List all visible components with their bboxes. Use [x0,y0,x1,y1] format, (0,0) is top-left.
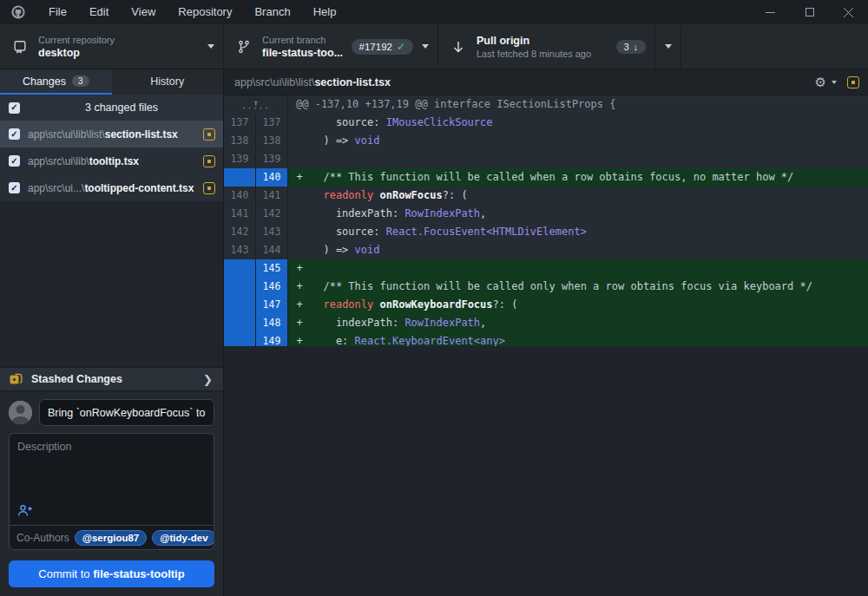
tab-changes[interactable]: Changes3 [0,69,112,95]
branch-caret-icon [422,44,429,49]
old-line-number [224,296,256,314]
diff-line[interactable]: 148+ indexPath: RowIndexPath, [224,314,868,332]
expand-hunk-up-button[interactable]: ↑····· [224,95,288,114]
diff-line[interactable]: 137137 source: IMouseClickSource [224,114,868,132]
pr-badge[interactable]: #17192 ✓ [352,39,413,55]
diff-body: ↑·····@@ -137,10 +137,19 @@ interface IS… [224,95,868,346]
window-controls [751,0,868,24]
diff-file-name: section-list.tsx [314,76,391,88]
repository-label: Current repository [38,34,115,46]
new-line-number: 137 [256,114,288,132]
add-coauthor-icon[interactable] [17,504,33,520]
new-line-number: 147 [256,296,288,314]
diff-line[interactable]: 143144 ) => void [224,241,868,259]
diff-line[interactable]: 145+ [224,259,868,278]
coauthor-pill[interactable]: @tidy-dev [152,530,214,546]
diff-file-path: app\src\ui\lib\list\section-list.tsx [234,76,815,88]
diff-code: ) => void [311,132,868,150]
diff-code: e: React.KeyboardEvent<any> [311,332,868,346]
commit-button-branch: file-status-tooltip [93,567,184,580]
coauthors-label: Co-Authors [16,532,69,544]
menu-repository[interactable]: Repository [167,0,243,24]
diff-line[interactable]: 142143 source: React.FocusEvent<HTMLDivE… [224,223,868,241]
new-line-number: 146 [256,278,288,296]
select-all-checkbox[interactable]: ✓ [9,102,20,114]
stashed-changes-row[interactable]: Stashed Changes ❯ [0,367,223,391]
menu-edit[interactable]: Edit [78,0,120,24]
changed-files-header[interactable]: ✓ 3 changed files [0,95,223,121]
commit-summary-input[interactable] [39,399,214,426]
toolbar-spacer [681,24,868,69]
diff-line-marker: + [288,332,311,346]
commit-button-prefix: Commit to [38,567,93,580]
commit-description-box[interactable]: Description Co-Authors @sergiou87@tidy-d… [9,433,214,550]
minimize-button[interactable] [751,0,790,24]
commit-button[interactable]: Commit to file-status-tooltip [9,560,214,587]
github-desktop-window: FileEditViewRepositoryBranchHelp Curr [0,0,868,596]
old-line-number: 138 [224,132,256,150]
file-row[interactable]: ✓app\src\ui\lib\tooltip.tsx [0,147,223,174]
file-row[interactable]: ✓app\src\ui\lib\list\section-list.tsx [0,121,223,147]
new-line-number: 145 [256,259,288,278]
file-checkbox[interactable]: ✓ [9,155,20,167]
new-line-number: 142 [256,205,288,223]
diff-empty-area [224,346,868,596]
coauthor-pill[interactable]: @sergiou87 [75,530,148,546]
description-area[interactable]: Description [10,434,214,525]
new-line-number: 140 [256,168,288,187]
old-line-number: 137 [224,114,256,132]
diff-options-caret-icon[interactable] [832,81,837,84]
diff-line-marker [288,187,311,205]
diff-code: indexPath: RowIndexPath, [311,314,868,332]
old-line-number: 140 [224,187,256,205]
diff-line[interactable]: 149+ e: React.KeyboardEvent<any> [224,332,868,346]
diff-options-gear-icon[interactable]: ⚙ [815,75,826,88]
file-dir: app\src\ui\lib\list\ [28,128,105,141]
pull-origin-button[interactable]: Pull origin Last fetched 8 minutes ago 3… [438,24,655,69]
close-button[interactable] [829,0,868,24]
diff-line-marker [288,150,311,168]
file-checkbox[interactable]: ✓ [9,182,20,193]
maximize-button[interactable] [790,0,829,24]
pull-options-button[interactable] [655,24,681,69]
diff-line-marker [288,241,311,259]
diff-line[interactable]: 139139 [224,150,868,168]
file-modified-status-icon [203,182,215,194]
old-line-number: 142 [224,223,256,241]
current-repository-button[interactable]: Current repository desktop [0,24,224,69]
tab-history[interactable]: History [112,69,224,95]
menu-branch[interactable]: Branch [243,0,301,24]
menu-file[interactable]: File [37,0,78,24]
diff-line[interactable]: 146+ /** This function will be called on… [224,278,868,296]
diff-line[interactable]: 138138 ) => void [224,132,868,150]
pull-title: Pull origin [477,34,616,48]
diff-line-marker: + [288,296,311,314]
diff-line-marker [288,205,311,223]
diff-line-marker [288,223,311,241]
diff-line[interactable]: 140+ /** This function will be called wh… [224,168,868,187]
diff-code: ) => void [311,241,868,259]
diff-code [311,150,868,168]
new-line-number: 149 [256,332,288,346]
menu-help[interactable]: Help [302,0,348,24]
repository-icon [12,40,28,54]
file-row[interactable]: ✓app\src\ui...\tooltipped-content.tsx [0,174,223,201]
file-checkbox[interactable]: ✓ [9,128,20,140]
diff-line[interactable]: 147+ readonly onRowKeyboardFocus?: ( [224,296,868,314]
current-branch-button[interactable]: Current branch file-status-too... #17192… [224,24,438,69]
stash-icon [9,372,23,386]
file-name: tooltipped-content.tsx [84,182,194,194]
diff-code: readonly onRowKeyboardFocus?: ( [311,296,868,314]
diff-line[interactable]: 140141 readonly onRowFocus?: ( [224,187,868,205]
branch-name: file-status-too... [262,46,352,60]
diff-line[interactable]: 141142 indexPath: RowIndexPath, [224,205,868,223]
file-name: section-list.tsx [105,128,178,141]
coauthor-pills: @sergiou87@tidy-dev [75,530,214,546]
menu-view[interactable]: View [120,0,167,24]
file-path: app\src\ui...\tooltipped-content.tsx [28,182,198,194]
old-line-number [224,332,256,346]
branch-label: Current branch [262,34,352,46]
checks-passed-icon: ✓ [397,41,405,53]
diff-file-dir: app\src\ui\lib\list\ [234,76,314,88]
new-line-number: 148 [256,314,288,332]
